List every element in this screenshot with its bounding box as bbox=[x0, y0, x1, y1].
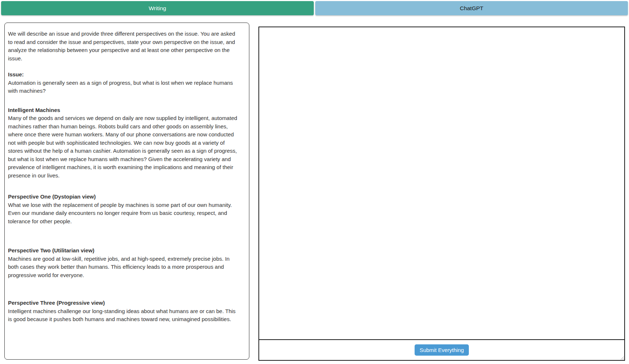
essay-textarea[interactable] bbox=[259, 27, 624, 339]
tab-chatgpt[interactable]: ChatGPT bbox=[315, 1, 628, 15]
section-perspective-three-heading: Perspective Three (Progressive view) bbox=[8, 299, 238, 307]
section-issue-body: Automation is generally seen as a sign o… bbox=[8, 79, 238, 95]
section-perspective-two-heading: Perspective Two (Utilitarian view) bbox=[8, 247, 238, 255]
section-perspective-one-body: What we lose with the replacement of peo… bbox=[8, 201, 238, 226]
section-perspective-three: Perspective Three (Progressive view) Int… bbox=[8, 299, 238, 324]
section-perspective-two-body: Machines are good at low-skill, repetiti… bbox=[8, 255, 238, 280]
prompt-panel: We will describe an issue and provide th… bbox=[4, 23, 249, 360]
section-intelligent-machines-heading: Intelligent Machines bbox=[8, 106, 238, 115]
section-perspective-one-heading: Perspective One (Dystopian view) bbox=[8, 193, 238, 201]
section-issue: Issue: Automation is generally seen as a… bbox=[8, 71, 238, 95]
section-issue-heading: Issue: bbox=[8, 71, 238, 79]
tab-writing[interactable]: Writing bbox=[1, 1, 314, 15]
prompt-intro-paragraph: We will describe an issue and provide th… bbox=[8, 30, 238, 63]
resize-grip-icon[interactable] bbox=[620, 356, 624, 360]
section-intelligent-machines: Intelligent Machines Many of the goods a… bbox=[8, 106, 238, 180]
section-intelligent-machines-body: Many of the goods and services we depend… bbox=[8, 114, 238, 180]
tab-bar: Writing ChatGPT bbox=[1, 1, 628, 15]
answer-panel: Submit Everything bbox=[258, 27, 625, 361]
submit-everything-button[interactable]: Submit Everything bbox=[415, 344, 469, 356]
section-perspective-one: Perspective One (Dystopian view) What we… bbox=[8, 193, 238, 225]
answer-footer: Submit Everything bbox=[259, 339, 624, 360]
section-perspective-three-body: Intelligent machines challenge our long-… bbox=[8, 307, 238, 324]
section-perspective-two: Perspective Two (Utilitarian view) Machi… bbox=[8, 247, 238, 279]
